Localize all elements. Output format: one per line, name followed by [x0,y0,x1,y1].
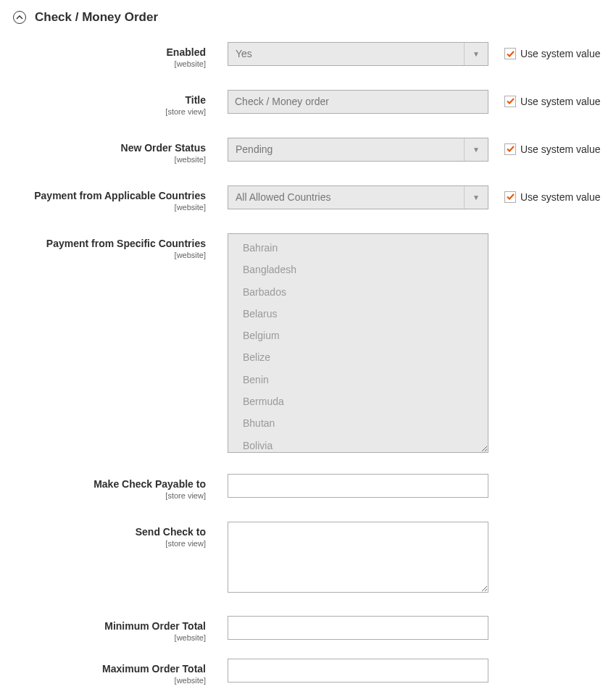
collapse-icon [13,11,26,24]
label-send-to: Send Check to [13,526,206,538]
label-payable-to: Make Check Payable to [13,478,206,491]
chevron-down-icon: ▼ [464,43,488,65]
field-applicable-countries: Payment from Applicable Countries [websi… [13,185,603,212]
input-min-total[interactable] [228,616,488,640]
input-max-total[interactable] [228,659,488,683]
scope-enabled: [website] [13,59,206,69]
field-min-total: Minimum Order Total [website] [13,616,603,643]
input-title[interactable] [228,90,488,114]
checkbox-use-system-title[interactable] [504,96,516,107]
multiselect-option[interactable]: Belgium [228,325,488,346]
textarea-send-to[interactable] [228,522,488,593]
multiselect-option[interactable]: Bhutan [228,412,488,434]
section-title: Check / Money Order [35,10,158,25]
multiselect-option[interactable]: Bermuda [228,391,488,412]
field-specific-countries: Payment from Specific Countries [website… [13,233,603,453]
label-new-order-status: New Order Status [13,142,206,154]
multiselect-option[interactable]: Benin [228,369,488,391]
select-new-order-status[interactable]: Pending ▼ [228,138,488,162]
chevron-down-icon: ▼ [464,138,488,161]
select-enabled[interactable]: Yes ▼ [228,42,488,66]
field-send-to: Send Check to [store view] [13,522,603,595]
multiselect-option[interactable]: Barbados [228,281,488,303]
label-title: Title [13,94,206,107]
multiselect-option[interactable]: Belarus [228,303,488,325]
checkbox-label[interactable]: Use system value [520,48,600,59]
checkbox-use-system-applicable-countries[interactable] [504,191,516,203]
field-title: Title [store view] Use system value [13,90,603,117]
input-payable-to[interactable] [228,474,488,498]
field-max-total: Maximum Order Total [website] [13,659,603,685]
label-applicable-countries: Payment from Applicable Countries [13,190,206,202]
multiselect-option[interactable]: Bolivia [228,435,488,453]
checkbox-use-system-new-order-status[interactable] [504,143,516,155]
chevron-down-icon: ▼ [464,186,488,209]
field-payable-to: Make Check Payable to [store view] [13,474,603,501]
scope-title: [store view] [13,107,206,117]
multiselect-option[interactable]: Bangladesh [228,259,488,280]
select-applicable-countries[interactable]: All Allowed Countries ▼ [228,185,488,209]
multiselect-option[interactable]: Belize [228,346,488,368]
label-max-total: Maximum Order Total [13,663,206,675]
multiselect-option[interactable]: Bahrain [228,237,488,259]
checkbox-label[interactable]: Use system value [520,96,600,107]
multiselect-specific-countries[interactable]: BahrainBangladeshBarbadosBelarusBelgiumB… [228,233,488,453]
label-min-total: Minimum Order Total [13,620,206,633]
label-specific-countries: Payment from Specific Countries [13,238,206,250]
checkbox-label[interactable]: Use system value [520,191,600,203]
section-header[interactable]: Check / Money Order [13,7,603,42]
field-new-order-status: New Order Status [website] Pending ▼ Use… [13,138,603,164]
checkbox-use-system-enabled[interactable] [504,48,516,59]
label-enabled: Enabled [13,46,206,59]
checkbox-label[interactable]: Use system value [520,143,600,155]
field-enabled: Enabled [website] Yes ▼ Use system value [13,42,603,69]
